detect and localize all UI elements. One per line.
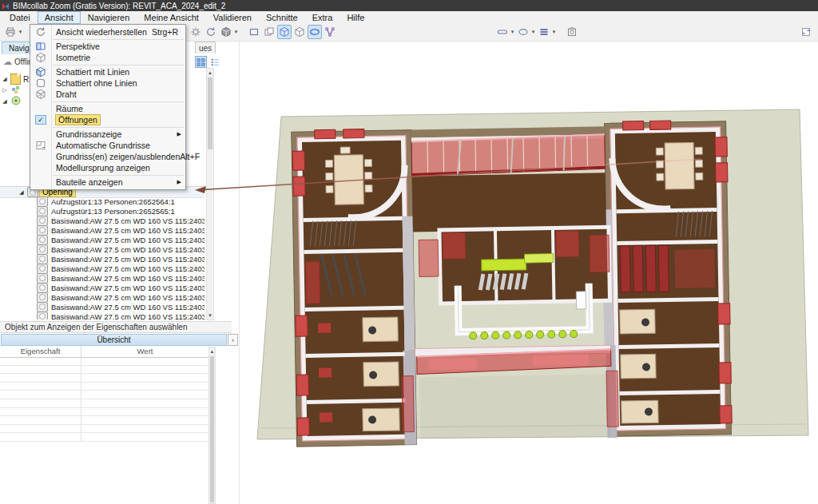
expander-icon[interactable]: ◢ (18, 189, 26, 196)
menubar-item-hilfe[interactable]: Hilfe (340, 11, 371, 24)
tree-item-opening-child[interactable]: Aufzugstür1:13 Personen:2652564:1 (0, 196, 204, 206)
property-row[interactable] (0, 357, 208, 366)
menu-item-modellursprung-anzeigen[interactable]: Modellursprung anzeigen (30, 162, 185, 173)
tree-item-opening-child[interactable]: Basiswand:AW 27.5 cm WD 160 VS 115:24032… (0, 264, 204, 273)
menu-separator (53, 101, 184, 102)
property-row[interactable] (0, 383, 208, 391)
tree-view-toggle-icon[interactable] (195, 56, 207, 68)
tree-item-opening-child[interactable]: Basiswand:AW 27.5 cm WD 160 VS 115:24030… (0, 312, 204, 319)
column-eigenschaft[interactable]: Eigenschaft (0, 347, 81, 357)
property-row[interactable] (0, 425, 208, 434)
tree-item-opening-child[interactable]: Aufzugstür1:13 Personen:2652565:1 (0, 206, 204, 216)
opening-icon (37, 225, 48, 236)
copy-icon[interactable] (262, 25, 276, 39)
menu-item-automatische-grundrisse[interactable]: Automatische Grundrisse (30, 140, 185, 151)
dropdown-arrow-icon[interactable]: ▾ (510, 29, 515, 35)
opening-icon (37, 312, 48, 320)
dropdown-arrow-icon[interactable]: ▾ (551, 29, 557, 35)
scrollbar-thumb[interactable] (210, 356, 214, 502)
building-structure (292, 120, 733, 446)
rotate-icon[interactable] (204, 25, 218, 39)
titlebar: BIMcollab Zoom (Gratis Version): REVIT_A… (0, 0, 818, 11)
menu-item-draht[interactable]: Draht (30, 89, 185, 100)
property-row[interactable] (0, 399, 208, 408)
orbit-icon[interactable] (308, 25, 322, 39)
rect-icon[interactable] (247, 25, 261, 39)
menubar-item-ansicht[interactable]: Ansicht (38, 11, 81, 24)
property-row[interactable] (0, 374, 208, 383)
menu-item-schattiert-mit-linien[interactable]: Schattiert mit Linien (30, 66, 185, 77)
tree-item-opening-child[interactable]: Basiswand:AW 27.5 cm WD 160 VS 115:24034… (0, 292, 204, 302)
scroll-down-icon[interactable]: ▼ (207, 312, 213, 319)
tree-item-opening-child[interactable]: Basiswand:AW 27.5 cm WD 160 VS 115:24032… (0, 235, 204, 244)
expander-icon[interactable]: ◢ (2, 98, 8, 105)
expander-icon[interactable]: ▷ (2, 87, 8, 93)
lines-icon[interactable] (537, 25, 551, 39)
property-row[interactable] (0, 391, 208, 399)
measure-icon[interactable] (323, 25, 337, 39)
snapshot-icon[interactable] (565, 25, 579, 39)
properties-scrollbar[interactable]: ▲ (208, 347, 216, 504)
scroll-up-icon[interactable]: ▲ (209, 347, 215, 355)
building-3d-model[interactable] (244, 94, 814, 502)
menu-item-perspektive[interactable]: Perspektive (30, 41, 185, 52)
cube-shaded-icon[interactable] (277, 25, 292, 39)
properties-column-headers: Eigenschaft Wert (0, 347, 208, 358)
tree-item-label: Basiswand:AW 27.5 cm WD 160 VS 115:24032… (51, 236, 204, 244)
viewcube-icon[interactable] (219, 25, 233, 39)
property-cell-name (0, 433, 81, 441)
menu-item-räume[interactable]: Räume (30, 103, 185, 114)
property-cell-name (0, 425, 81, 433)
ellipse-icon[interactable] (516, 25, 530, 39)
dropdown-arrow-icon[interactable]: ▾ (530, 29, 536, 35)
menu-item-schattiert-ohne-linien[interactable]: Schattiert ohne Linien (30, 77, 185, 89)
checkbox-checked-icon: ✓ (35, 115, 46, 125)
tree-item-opening-child[interactable]: Basiswand:AW 27.5 cm WD 160 VS 115:24032… (0, 254, 204, 264)
menu-item-grundrissanzeige[interactable]: Grundrissanzeige▶ (30, 129, 185, 140)
cube-icon[interactable] (292, 25, 307, 39)
dropdown-arrow-icon[interactable]: ▾ (233, 29, 239, 35)
toolbar-group-left: ▾ (3, 25, 23, 39)
scrollbar-thumb[interactable] (208, 77, 212, 149)
tree-item-opening-child[interactable]: Basiswand:AW 27.5 cm WD 160 VS 115:24036… (0, 302, 204, 312)
dim-pill-icon[interactable] (495, 25, 510, 39)
tree-item-opening-child[interactable]: Basiswand:AW 27.5 cm WD 160 VS 115:24031… (0, 225, 204, 235)
property-row[interactable] (0, 416, 208, 425)
column-wert[interactable]: Wert (81, 347, 208, 357)
properties-header[interactable]: Übersicht (1, 334, 227, 346)
menubar-item-navigieren[interactable]: Navigieren (81, 11, 137, 24)
scroll-up-icon[interactable]: ▲ (207, 69, 213, 77)
dropdown-arrow-icon[interactable]: ▾ (18, 29, 23, 35)
menubar-item-extra[interactable]: Extra (305, 11, 340, 24)
menu-item-bauteile-anzeigen[interactable]: Bauteile anzeigen▶ (30, 177, 185, 188)
property-row[interactable] (0, 408, 208, 417)
print-icon[interactable] (3, 25, 18, 39)
fullscreen-icon[interactable] (799, 25, 813, 39)
expander-icon[interactable]: ◢ (2, 76, 8, 82)
property-row[interactable] (0, 433, 208, 442)
menubar-item-schnitte[interactable]: Schnitte (259, 11, 305, 24)
menubar-item-validieren[interactable]: Validieren (206, 11, 259, 24)
tree-item-opening-child[interactable]: Basiswand:AW 27.5 cm WD 160 VS 115:24032… (0, 244, 204, 254)
property-row[interactable] (0, 366, 208, 375)
gear-icon[interactable] (189, 25, 203, 39)
menu-item-grundriss-en-zeigen-ausblenden[interactable]: Grundriss(en) zeigen/ausblendenAlt+F (30, 151, 185, 162)
property-cell-name (0, 366, 81, 374)
tree-item-opening-child[interactable]: Basiswand:AW 27.5 cm WD 160 VS 115:24031… (0, 216, 204, 225)
tree-item-opening-child[interactable]: Basiswand:AW 27.5 cm WD 160 VS 115:24032… (0, 283, 204, 292)
menu-item-ansicht-wiederherstellen[interactable]: Ansicht wiederherstellenStrg+R (30, 26, 185, 38)
list-view-toggle-icon[interactable] (209, 56, 221, 68)
menubar-item-datei[interactable]: Datei (2, 11, 38, 24)
category-circle-icon (10, 95, 22, 108)
tree-item-opening-child[interactable]: Basiswand:AW 27.5 cm WD 160 VS 115:24032… (0, 273, 204, 283)
tree-item-label: Basiswand:AW 27.5 cm WD 160 VS 115:24031… (51, 216, 204, 225)
tab-views-truncated[interactable]: ues (195, 42, 216, 54)
view-toggle-strip (195, 56, 221, 68)
menu-item-label: Öffnungen (56, 115, 100, 125)
menu-item-öffnungen[interactable]: ✓Öffnungen (30, 114, 185, 125)
properties-expand-button[interactable]: › (228, 334, 238, 346)
menu-item-isometrie[interactable]: Isometrie (30, 52, 185, 63)
tree-scrollbar[interactable]: ▲ ▼ (206, 68, 214, 320)
menu-item-label: Schattiert mit Linien (56, 67, 129, 77)
menubar-item-meine-ansicht[interactable]: Meine Ansicht (137, 11, 205, 24)
